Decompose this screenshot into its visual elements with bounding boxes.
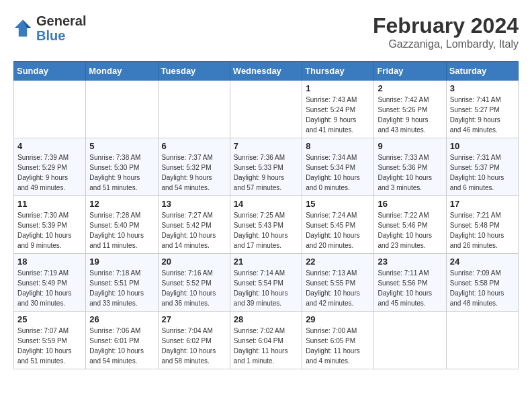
calendar-cell: 26Sunrise: 7:06 AM Sunset: 6:01 PM Dayli… xyxy=(86,312,158,369)
calendar: SundayMondayTuesdayWednesdayThursdayFrid… xyxy=(13,61,519,369)
day-number: 21 xyxy=(234,257,298,267)
calendar-cell: 17Sunrise: 7:21 AM Sunset: 5:48 PM Dayli… xyxy=(446,196,518,254)
calendar-cell: 15Sunrise: 7:24 AM Sunset: 5:45 PM Dayli… xyxy=(302,196,374,254)
day-number: 29 xyxy=(306,314,370,324)
day-number: 10 xyxy=(450,141,515,151)
day-info: Sunrise: 7:31 AM Sunset: 5:37 PM Dayligh… xyxy=(450,152,515,193)
day-number: 2 xyxy=(378,83,442,93)
calendar-cell: 25Sunrise: 7:07 AM Sunset: 5:59 PM Dayli… xyxy=(14,312,86,369)
calendar-week-row: 25Sunrise: 7:07 AM Sunset: 5:59 PM Dayli… xyxy=(14,312,519,369)
day-info: Sunrise: 7:36 AM Sunset: 5:33 PM Dayligh… xyxy=(234,152,298,193)
day-info: Sunrise: 7:37 AM Sunset: 5:32 PM Dayligh… xyxy=(162,152,226,193)
day-info: Sunrise: 7:18 AM Sunset: 5:51 PM Dayligh… xyxy=(89,268,154,308)
day-info: Sunrise: 7:16 AM Sunset: 5:52 PM Dayligh… xyxy=(162,268,226,308)
day-info: Sunrise: 7:39 AM Sunset: 5:29 PM Dayligh… xyxy=(17,152,82,193)
day-number: 14 xyxy=(234,199,298,209)
day-number: 25 xyxy=(17,314,82,324)
day-number: 19 xyxy=(89,257,154,267)
day-number: 26 xyxy=(89,314,154,324)
day-number: 7 xyxy=(234,141,298,151)
day-number: 5 xyxy=(89,141,154,151)
calendar-cell: 11Sunrise: 7:30 AM Sunset: 5:39 PM Dayli… xyxy=(14,196,86,254)
calendar-day-header: Sunday xyxy=(14,62,86,81)
day-info: Sunrise: 7:06 AM Sunset: 6:01 PM Dayligh… xyxy=(89,326,154,366)
day-info: Sunrise: 7:07 AM Sunset: 5:59 PM Dayligh… xyxy=(17,326,82,366)
day-info: Sunrise: 7:04 AM Sunset: 6:02 PM Dayligh… xyxy=(162,326,226,366)
logo: General Blue xyxy=(13,13,86,43)
calendar-day-header: Thursday xyxy=(302,62,374,81)
calendar-week-row: 1Sunrise: 7:43 AM Sunset: 5:24 PM Daylig… xyxy=(14,81,519,138)
day-number: 8 xyxy=(306,141,370,151)
calendar-cell: 20Sunrise: 7:16 AM Sunset: 5:52 PM Dayli… xyxy=(158,254,230,312)
calendar-cell xyxy=(86,81,158,138)
day-info: Sunrise: 7:19 AM Sunset: 5:49 PM Dayligh… xyxy=(17,268,82,308)
day-info: Sunrise: 7:42 AM Sunset: 5:26 PM Dayligh… xyxy=(378,95,442,135)
day-number: 27 xyxy=(162,314,226,324)
day-info: Sunrise: 7:22 AM Sunset: 5:46 PM Dayligh… xyxy=(378,210,442,250)
calendar-cell: 3Sunrise: 7:41 AM Sunset: 5:27 PM Daylig… xyxy=(446,81,518,138)
calendar-day-header: Wednesday xyxy=(230,62,302,81)
day-number: 22 xyxy=(306,257,370,267)
calendar-cell: 21Sunrise: 7:14 AM Sunset: 5:54 PM Dayli… xyxy=(230,254,302,312)
day-info: Sunrise: 7:34 AM Sunset: 5:34 PM Dayligh… xyxy=(306,152,370,193)
calendar-cell: 23Sunrise: 7:11 AM Sunset: 5:56 PM Dayli… xyxy=(374,254,446,312)
logo-icon xyxy=(13,19,32,38)
day-number: 24 xyxy=(450,257,515,267)
day-number: 9 xyxy=(378,141,442,151)
title-block: February 2024 Gazzaniga, Lombardy, Italy xyxy=(373,13,519,50)
calendar-cell: 27Sunrise: 7:04 AM Sunset: 6:02 PM Dayli… xyxy=(158,312,230,369)
calendar-week-row: 11Sunrise: 7:30 AM Sunset: 5:39 PM Dayli… xyxy=(14,196,519,254)
day-info: Sunrise: 7:30 AM Sunset: 5:39 PM Dayligh… xyxy=(17,210,82,250)
calendar-week-row: 18Sunrise: 7:19 AM Sunset: 5:49 PM Dayli… xyxy=(14,254,519,312)
day-info: Sunrise: 7:02 AM Sunset: 6:04 PM Dayligh… xyxy=(234,326,298,366)
day-number: 23 xyxy=(378,257,442,267)
day-number: 3 xyxy=(450,83,515,93)
calendar-cell: 28Sunrise: 7:02 AM Sunset: 6:04 PM Dayli… xyxy=(230,312,302,369)
day-number: 28 xyxy=(234,314,298,324)
day-info: Sunrise: 7:24 AM Sunset: 5:45 PM Dayligh… xyxy=(306,210,370,250)
page-header: General Blue February 2024 Gazzaniga, Lo… xyxy=(13,13,519,50)
location: Gazzaniga, Lombardy, Italy xyxy=(373,38,519,50)
calendar-cell xyxy=(446,312,518,369)
calendar-cell xyxy=(158,81,230,138)
day-info: Sunrise: 7:21 AM Sunset: 5:48 PM Dayligh… xyxy=(450,210,515,250)
day-number: 4 xyxy=(17,141,82,151)
day-info: Sunrise: 7:27 AM Sunset: 5:42 PM Dayligh… xyxy=(162,210,226,250)
day-info: Sunrise: 7:33 AM Sunset: 5:36 PM Dayligh… xyxy=(378,152,442,193)
day-info: Sunrise: 7:13 AM Sunset: 5:55 PM Dayligh… xyxy=(306,268,370,308)
logo-text: General Blue xyxy=(36,13,86,43)
day-info: Sunrise: 7:28 AM Sunset: 5:40 PM Dayligh… xyxy=(89,210,154,250)
day-number: 17 xyxy=(450,199,515,209)
day-number: 6 xyxy=(162,141,226,151)
day-info: Sunrise: 7:14 AM Sunset: 5:54 PM Dayligh… xyxy=(234,268,298,308)
calendar-cell: 8Sunrise: 7:34 AM Sunset: 5:34 PM Daylig… xyxy=(302,138,374,196)
day-info: Sunrise: 7:43 AM Sunset: 5:24 PM Dayligh… xyxy=(306,95,370,135)
calendar-cell: 29Sunrise: 7:00 AM Sunset: 6:05 PM Dayli… xyxy=(302,312,374,369)
calendar-day-header: Tuesday xyxy=(158,62,230,81)
day-number: 16 xyxy=(378,199,442,209)
calendar-cell: 13Sunrise: 7:27 AM Sunset: 5:42 PM Dayli… xyxy=(158,196,230,254)
calendar-cell: 9Sunrise: 7:33 AM Sunset: 5:36 PM Daylig… xyxy=(374,138,446,196)
calendar-cell xyxy=(14,81,86,138)
calendar-day-header: Saturday xyxy=(446,62,518,81)
day-info: Sunrise: 7:38 AM Sunset: 5:30 PM Dayligh… xyxy=(89,152,154,193)
calendar-cell: 1Sunrise: 7:43 AM Sunset: 5:24 PM Daylig… xyxy=(302,81,374,138)
calendar-cell: 10Sunrise: 7:31 AM Sunset: 5:37 PM Dayli… xyxy=(446,138,518,196)
calendar-day-header: Monday xyxy=(86,62,158,81)
calendar-cell: 22Sunrise: 7:13 AM Sunset: 5:55 PM Dayli… xyxy=(302,254,374,312)
calendar-cell: 7Sunrise: 7:36 AM Sunset: 5:33 PM Daylig… xyxy=(230,138,302,196)
calendar-cell: 14Sunrise: 7:25 AM Sunset: 5:43 PM Dayli… xyxy=(230,196,302,254)
day-number: 12 xyxy=(89,199,154,209)
month-year: February 2024 xyxy=(373,13,519,38)
day-number: 18 xyxy=(17,257,82,267)
day-number: 11 xyxy=(17,199,82,209)
day-info: Sunrise: 7:41 AM Sunset: 5:27 PM Dayligh… xyxy=(450,95,515,135)
calendar-week-row: 4Sunrise: 7:39 AM Sunset: 5:29 PM Daylig… xyxy=(14,138,519,196)
calendar-day-header: Friday xyxy=(374,62,446,81)
calendar-cell xyxy=(230,81,302,138)
day-number: 15 xyxy=(306,199,370,209)
day-number: 1 xyxy=(306,83,370,93)
day-info: Sunrise: 7:25 AM Sunset: 5:43 PM Dayligh… xyxy=(234,210,298,250)
calendar-cell: 18Sunrise: 7:19 AM Sunset: 5:49 PM Dayli… xyxy=(14,254,86,312)
calendar-cell: 16Sunrise: 7:22 AM Sunset: 5:46 PM Dayli… xyxy=(374,196,446,254)
